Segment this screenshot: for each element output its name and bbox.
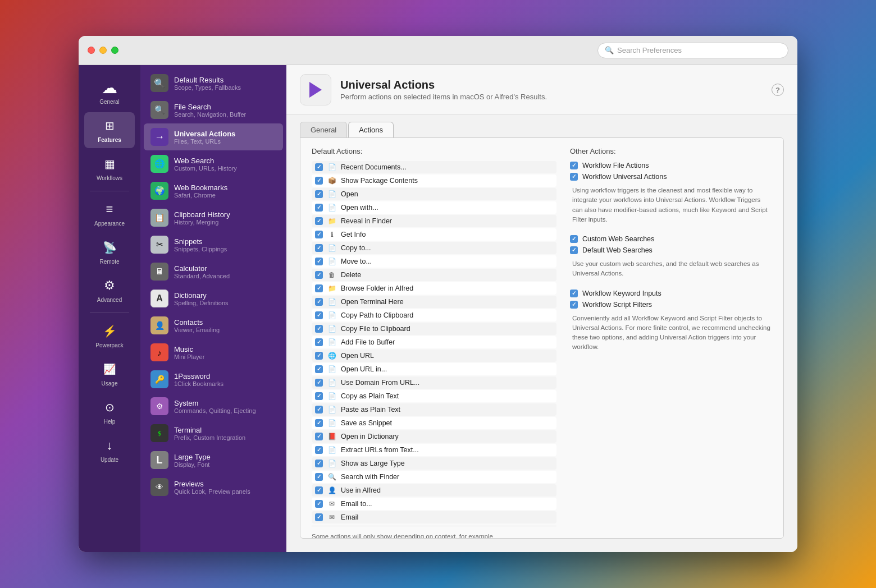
action-icon: 📄 <box>327 190 336 199</box>
mid-item-subtitle: Display, Font <box>174 461 276 468</box>
action-checkbox[interactable] <box>315 500 323 508</box>
action-checkbox[interactable] <box>315 325 323 333</box>
custom-web-checkbox[interactable] <box>570 235 578 243</box>
sidebar-item-terminal[interactable]: $ Terminal Prefix, Custom Integration <box>144 420 283 447</box>
action-checkbox[interactable] <box>315 244 323 252</box>
large-type-icon: L <box>150 451 168 469</box>
sidebar-item-clipboard-history[interactable]: 📋 Clipboard History History, Merging <box>144 204 283 231</box>
action-name: Email to... <box>341 500 372 508</box>
action-checkbox[interactable] <box>315 258 323 265</box>
mid-item-subtitle: Safari, Chrome <box>174 192 276 199</box>
close-button[interactable] <box>88 47 95 54</box>
sidebar-item-advanced[interactable]: ⚙ Advanced <box>84 272 135 308</box>
sidebar-item-large-type[interactable]: L Large Type Display, Font <box>144 447 283 474</box>
action-checkbox[interactable] <box>315 406 323 414</box>
action-icon: 📄 <box>327 378 336 387</box>
sidebar-item-default-results[interactable]: 🔍 Default Results Scope, Types, Fallback… <box>144 70 283 97</box>
action-checkbox[interactable] <box>315 271 323 279</box>
help-button[interactable]: ? <box>772 84 784 96</box>
action-checkbox[interactable] <box>315 338 323 346</box>
action-checkbox[interactable] <box>315 460 323 467</box>
general-icon: ☁ <box>101 79 118 97</box>
action-checkbox[interactable] <box>315 204 323 212</box>
action-icon: 👤 <box>327 486 336 495</box>
action-checkbox[interactable] <box>315 513 323 521</box>
sidebar-item-powerpack[interactable]: ⚡ Powerpack <box>84 318 135 353</box>
action-name: Move to... <box>341 258 372 265</box>
sidebar-item-label: Update <box>101 457 118 463</box>
action-checkbox[interactable] <box>315 190 323 198</box>
other-actions-column: Other Actions: Workflow File Actions Wor… <box>570 147 772 529</box>
action-row: 📄 Open URL in... <box>312 363 556 375</box>
other-item-name: Default Web Searches <box>582 246 653 254</box>
action-checkbox[interactable] <box>315 217 323 225</box>
sidebar-item-calculator[interactable]: 🖩 Calculator Standard, Advanced <box>144 258 283 285</box>
tab-bar: General Actions <box>286 115 797 137</box>
sidebar-item-workflows[interactable]: ▦ Workflows <box>84 150 135 186</box>
sidebar-item-snippets[interactable]: ✂ Snippets Snippets, Clippings <box>144 231 283 258</box>
action-checkbox[interactable] <box>315 446 323 454</box>
action-checkbox[interactable] <box>315 352 323 360</box>
sidebar-item-dictionary[interactable]: A Dictionary Spelling, Definitions <box>144 285 283 312</box>
action-checkbox[interactable] <box>315 311 323 319</box>
sidebar-item-1password[interactable]: 🔑 1Password 1Click Bookmarks <box>144 366 283 393</box>
mid-item-subtitle: Standard, Advanced <box>174 273 276 279</box>
sidebar-item-general[interactable]: ☁ General <box>84 74 135 110</box>
sidebar-item-file-search[interactable]: 🔍 File Search Search, Navigation, Buffer <box>144 97 283 123</box>
minimize-button[interactable] <box>99 47 107 54</box>
sidebar-item-system[interactable]: ⚙ System Commands, Quitting, Ejecting <box>144 393 283 420</box>
workflow-file-checkbox[interactable] <box>570 162 578 169</box>
action-checkbox[interactable] <box>315 486 323 494</box>
workflow-inputs-description: Conveniently add all Workflow Keyword an… <box>570 314 772 352</box>
search-bar[interactable]: 🔍 Search Preferences <box>597 43 788 58</box>
action-icon: 🗑 <box>327 270 336 279</box>
contacts-icon: 👤 <box>150 316 168 334</box>
action-name: Copy Path to Clipboard <box>341 311 413 319</box>
sidebar-item-web-bookmarks[interactable]: 🌍 Web Bookmarks Safari, Chrome <box>144 177 283 204</box>
mid-item-subtitle: Prefix, Custom Integration <box>174 434 276 441</box>
action-checkbox[interactable] <box>315 433 323 440</box>
sidebar-item-label: General <box>99 99 120 105</box>
action-checkbox[interactable] <box>315 379 323 387</box>
action-checkbox[interactable] <box>315 177 323 185</box>
action-icon: 📄 <box>327 459 336 468</box>
sidebar-item-help[interactable]: ⊙ Help <box>84 394 135 430</box>
action-checkbox[interactable] <box>315 473 323 481</box>
action-checkbox[interactable] <box>315 284 323 292</box>
snippets-icon: ✂ <box>150 236 168 254</box>
action-name: Copy as Plain Text <box>341 392 399 400</box>
action-checkbox[interactable] <box>315 419 323 427</box>
sidebar-item-update[interactable]: ↓ Update <box>84 432 135 468</box>
sidebar-item-features[interactable]: ⊞ Features <box>84 112 135 148</box>
other-item-name: Workflow Universal Actions <box>582 173 667 181</box>
other-item-name: Workflow File Actions <box>582 162 649 169</box>
system-icon: ⚙ <box>150 397 168 415</box>
action-icon: 📄 <box>327 392 336 401</box>
workflow-script-checkbox[interactable] <box>570 301 578 309</box>
workflow-keyword-checkbox[interactable] <box>570 290 578 297</box>
sidebar-item-music[interactable]: ♪ Music Mini Player <box>144 339 283 366</box>
workflow-universal-checkbox[interactable] <box>570 173 578 181</box>
sidebar-item-remote[interactable]: 📡 Remote <box>84 234 135 270</box>
sidebar-item-contacts[interactable]: 👤 Contacts Viewer, Emailing <box>144 312 283 339</box>
default-web-checkbox[interactable] <box>570 246 578 254</box>
sidebar-item-appearance[interactable]: ≡ Appearance <box>84 196 135 232</box>
actions-panel: Default Actions: 📄 Recent Documents... 📦… <box>300 137 784 539</box>
maximize-button[interactable] <box>111 47 118 54</box>
action-checkbox[interactable] <box>315 231 323 238</box>
sidebar-item-web-search[interactable]: 🌐 Web Search Custom, URLs, History <box>144 150 283 177</box>
action-name: Open URL in... <box>341 365 387 373</box>
action-checkbox[interactable] <box>315 365 323 373</box>
action-checkbox-recent-docs[interactable] <box>315 163 323 171</box>
tab-actions[interactable]: Actions <box>348 122 394 137</box>
sidebar-item-universal-actions[interactable]: → Universal Actions Files, Text, URLs <box>144 123 283 150</box>
sidebar-item-previews[interactable]: 👁 Previews Quick Look, Preview panels <box>144 474 283 500</box>
tab-general[interactable]: General <box>300 122 347 137</box>
default-results-icon: 🔍 <box>150 74 168 92</box>
action-checkbox[interactable] <box>315 392 323 400</box>
previews-icon: 👁 <box>150 478 168 496</box>
sidebar-item-usage[interactable]: 📈 Usage <box>84 356 135 392</box>
1password-icon: 🔑 <box>150 370 168 388</box>
action-checkbox[interactable] <box>315 298 323 306</box>
action-row: 📄 Open with... <box>312 201 556 214</box>
